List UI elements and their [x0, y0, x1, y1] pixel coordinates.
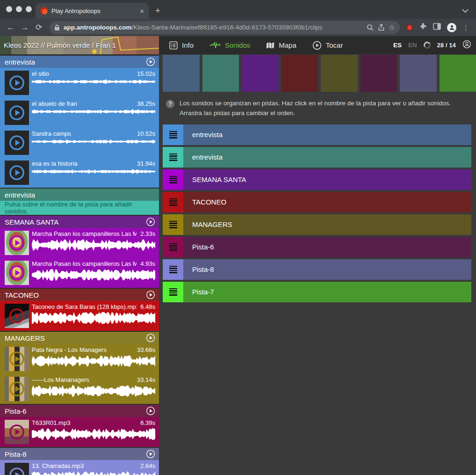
clip-thumbnail[interactable]	[5, 304, 29, 328]
clip-thumbnail[interactable]	[5, 261, 29, 285]
tab-close-icon[interactable]: ×	[140, 7, 144, 15]
clip-waveform[interactable]	[32, 355, 155, 367]
lang-en-button[interactable]: EN	[408, 42, 417, 49]
minimize-window-icon[interactable]	[16, 6, 22, 12]
clip-thumbnail[interactable]	[5, 377, 29, 401]
track-row-body[interactable]: entrevista	[183, 124, 471, 145]
side-panel-icon[interactable]	[433, 23, 441, 32]
drag-handle[interactable]	[163, 169, 183, 190]
clip-item[interactable]: T633R01.mp36.39s	[0, 417, 159, 447]
sidebar-track-header[interactable]: entrevista	[0, 189, 159, 201]
play-track-icon[interactable]	[146, 57, 155, 66]
address-bar[interactable]: app.antropoloops.com/Kleos-Santa-Marina/…	[50, 21, 400, 34]
clip-waveform[interactable]	[32, 312, 155, 324]
track-row[interactable]: entrevista	[163, 124, 471, 145]
clip-item[interactable]: Pata Negra - Los Managers33.66s	[0, 344, 159, 374]
extensions-puzzle-icon[interactable]	[419, 22, 427, 32]
clip-thumbnail[interactable]	[5, 101, 29, 125]
track-row[interactable]: Pista-8	[163, 259, 471, 280]
track-row[interactable]: TACONEO	[163, 192, 471, 212]
zoom-page-icon[interactable]	[367, 24, 374, 31]
play-track-icon[interactable]	[146, 449, 155, 459]
drag-handle[interactable]	[163, 259, 183, 280]
track-row-body[interactable]: Pista-6	[183, 237, 471, 257]
sidebar-track-header[interactable]: TACONEO	[0, 289, 159, 301]
clip-item[interactable]: esa es la historia31.94s	[0, 158, 159, 188]
clip-thumbnail[interactable]	[5, 420, 29, 444]
zoom-window-icon[interactable]	[26, 6, 32, 12]
nav-sonidos[interactable]: Sonidos	[209, 41, 250, 49]
clip-item[interactable]: Marcha Pasan los campanilleros Las Mejor…	[0, 228, 159, 258]
clip-thumbnail[interactable]	[5, 463, 29, 475]
sidebar-track-header[interactable]: entrevista	[0, 56, 159, 68]
nav-mapa[interactable]: Mapa	[266, 41, 296, 49]
reload-button[interactable]: ⟳	[33, 22, 45, 32]
forward-button[interactable]: →	[19, 23, 31, 32]
browser-tab[interactable]: Play Antropoloops ×	[36, 3, 149, 19]
drag-handle[interactable]	[163, 214, 183, 235]
recording-extension-icon[interactable]	[406, 24, 413, 31]
clip-waveform[interactable]	[32, 269, 155, 281]
track-row-body[interactable]: Pista-8	[183, 259, 471, 280]
clip-waveform[interactable]	[32, 79, 155, 85]
clip-item[interactable]: 13. Charradas.mp32.64s	[0, 460, 159, 475]
profile-avatar[interactable]	[447, 23, 456, 32]
track-row-body[interactable]: SEMANA SANTA	[183, 169, 471, 190]
account-icon[interactable]	[462, 40, 471, 51]
clip-item[interactable]: el abuelo de fran38.25s	[0, 98, 159, 128]
back-button[interactable]: ←	[5, 23, 17, 32]
clip-thumbnail[interactable]	[5, 161, 29, 185]
new-tab-button[interactable]: +	[155, 6, 160, 16]
clip-waveform[interactable]	[32, 239, 155, 251]
clip-waveform[interactable]	[32, 428, 155, 440]
track-row-body[interactable]: entrevista	[183, 147, 471, 168]
project-banner[interactable]: Kleos 2022 // Pulmón verde / Fran 1	[0, 36, 159, 54]
play-track-icon[interactable]	[146, 290, 155, 300]
share-icon[interactable]	[378, 24, 385, 31]
clip-item[interactable]: Taconeo de Sara Baras (128 kbps).mp36.48…	[0, 301, 159, 331]
url-text[interactable]: app.antropoloops.com/Kleos-Santa-Marina/…	[64, 24, 363, 31]
nav-info[interactable]: Info	[169, 41, 194, 50]
sidebar-track-header[interactable]: Pista-6	[0, 405, 159, 417]
track-row[interactable]: Pista-6	[163, 237, 471, 257]
clip-thumbnail[interactable]	[5, 231, 29, 255]
bookmark-star-icon[interactable]: ☆	[389, 23, 395, 32]
nav-tocar[interactable]: Tocar	[312, 41, 343, 50]
drag-handle[interactable]	[163, 282, 183, 302]
clip-waveform[interactable]	[32, 385, 155, 397]
track-row-body[interactable]: Pista-7	[183, 282, 471, 302]
tab-search-chevron-icon[interactable]	[462, 7, 469, 15]
clip-thumbnail[interactable]	[5, 131, 29, 155]
clip-waveform[interactable]	[32, 471, 155, 475]
track-row-body[interactable]: TACONEO	[183, 192, 471, 212]
clip-item[interactable]: Sandra camps10.52s	[0, 128, 159, 158]
clip-waveform[interactable]	[32, 109, 155, 115]
lock-icon[interactable]	[54, 24, 60, 31]
clip-item[interactable]: ------Los Mananagers33.14s	[0, 374, 159, 404]
play-track-icon[interactable]	[146, 217, 155, 227]
clip-thumbnail[interactable]	[5, 71, 29, 95]
clip-item[interactable]: el sitio15.02s	[0, 68, 159, 98]
track-row[interactable]: Pista-7	[163, 282, 471, 302]
drag-handle[interactable]	[163, 147, 183, 168]
clip-item[interactable]: Marcha Pasan los campanilleros Las Mejor…	[0, 258, 159, 288]
drag-handle[interactable]	[163, 124, 183, 145]
sidebar-track-header[interactable]: Pista-8	[0, 448, 159, 460]
close-window-icon[interactable]	[6, 6, 12, 12]
track-row[interactable]: entrevista	[163, 147, 471, 168]
clip-thumbnail[interactable]	[5, 347, 29, 371]
drag-handle[interactable]	[163, 237, 183, 257]
play-track-icon[interactable]	[146, 406, 155, 416]
track-row[interactable]: MANAGERS	[163, 214, 471, 235]
drag-handle[interactable]	[163, 192, 183, 212]
sidebar-track-header[interactable]: MANAGERS	[0, 332, 159, 344]
track-row[interactable]: SEMANA SANTA	[163, 169, 471, 190]
window-controls[interactable]	[6, 6, 32, 12]
play-track-icon[interactable]	[146, 333, 155, 343]
browser-menu-kebab-icon[interactable]: ⋮	[462, 23, 469, 32]
sidebar-track-header[interactable]: SEMANA SANTA	[0, 216, 159, 228]
track-row-body[interactable]: MANAGERS	[183, 214, 471, 235]
clip-waveform[interactable]	[32, 168, 155, 175]
lang-es-button[interactable]: ES	[393, 42, 402, 49]
clip-waveform[interactable]	[32, 139, 155, 145]
